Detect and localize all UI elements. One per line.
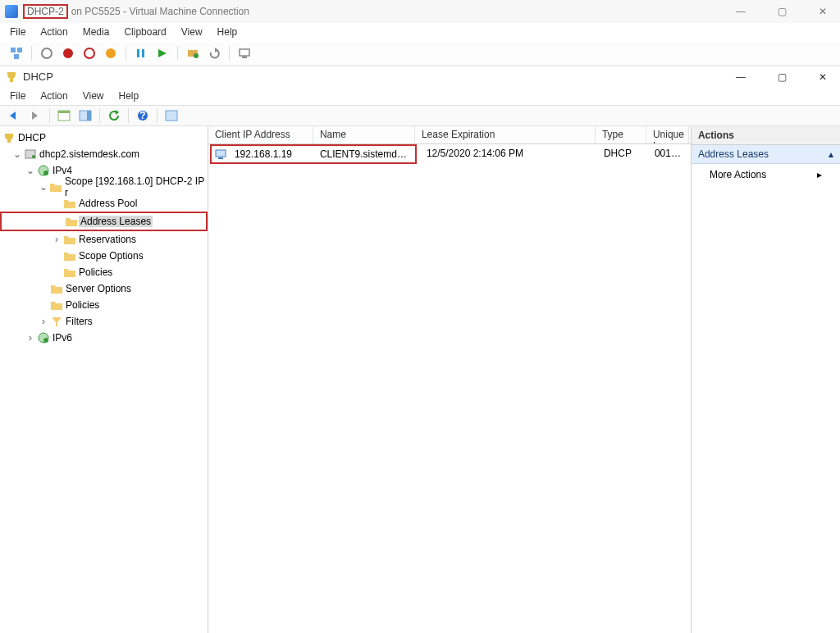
tree-pane[interactable]: DHCP ⌄ dhcp2.sistemdesk.com ⌄ IPv4 ⌄ Sco…	[0, 126, 208, 633]
minimize-button[interactable]: —	[728, 6, 753, 17]
help-icon[interactable]: ?	[134, 107, 152, 124]
refresh-icon[interactable]	[105, 107, 123, 124]
tree-root-label: DHCP	[16, 132, 48, 143]
col-unique-id[interactable]: Unique I	[646, 126, 689, 143]
vm-toolbar	[0, 41, 840, 66]
forward-icon[interactable]	[26, 107, 44, 124]
show-hide-tree-icon[interactable]	[55, 107, 73, 124]
revert-icon[interactable]	[206, 45, 222, 61]
tree-root[interactable]: DHCP	[0, 130, 208, 146]
col-lease-exp[interactable]: Lease Expiration	[415, 126, 596, 143]
pause-icon[interactable]	[133, 45, 149, 61]
twisty-open-icon[interactable]: ⌄	[38, 181, 49, 193]
vm-menu-clipboard[interactable]: Clipboard	[124, 26, 166, 38]
options-icon[interactable]	[162, 107, 180, 124]
svg-point-11	[194, 53, 199, 58]
actions-more-label: More Actions	[710, 169, 766, 180]
chevron-right-icon: ▸	[817, 169, 822, 180]
dhcp-menu-file[interactable]: File	[10, 90, 25, 102]
show-hide-action-icon[interactable]	[76, 107, 94, 124]
folder-icon	[62, 251, 77, 261]
list-body[interactable]: 192.168.1.19 CLIENT9.sistemdes.. 12/5/20…	[208, 144, 691, 633]
vm-menu-file[interactable]: File	[10, 26, 25, 38]
collapse-icon[interactable]: ▴	[829, 148, 833, 160]
svg-rect-8	[142, 49, 144, 57]
tree-address-leases[interactable]: Address Leases	[0, 212, 208, 231]
shutdown-icon[interactable]	[81, 45, 98, 61]
twisty-open-icon[interactable]: ⌄	[11, 148, 23, 160]
folder-icon	[49, 182, 63, 192]
svg-rect-2	[14, 54, 19, 59]
list-pane: Client IP Address Name Lease Expiration …	[208, 126, 692, 633]
dhcp-minimize-button[interactable]: —	[728, 71, 753, 83]
dhcp-menu-help[interactable]: Help	[119, 90, 139, 102]
tree-address-leases-label: Address Leases	[79, 216, 153, 227]
maximize-button[interactable]: ▢	[769, 6, 794, 17]
twisty-closed-icon[interactable]: ›	[51, 234, 62, 245]
tree-server-options-label: Server Options	[64, 283, 133, 294]
vm-menu-media[interactable]: Media	[83, 26, 110, 38]
vm-menu-help[interactable]: Help	[217, 26, 238, 38]
tree-scope[interactable]: ⌄ Scope [192.168.1.0] DHCP-2 IP r	[0, 179, 208, 195]
twisty-closed-icon[interactable]: ›	[38, 316, 49, 327]
vm-titlebar: DHCP-2 on PC5525 - Virtual Machine Conne…	[0, 0, 840, 23]
tree-server[interactable]: ⌄ dhcp2.sistemdesk.com	[0, 146, 208, 162]
svg-marker-22	[116, 110, 119, 115]
dhcp-menu-action[interactable]: Action	[40, 90, 67, 102]
svg-rect-25	[166, 111, 177, 121]
tree-policies-scope[interactable]: Policies	[0, 264, 208, 280]
vm-menu-view[interactable]: View	[181, 26, 203, 38]
svg-marker-31	[52, 317, 62, 326]
tree-scope-options[interactable]: Scope Options	[0, 248, 208, 264]
ipv4-icon	[36, 165, 51, 176]
svg-marker-16	[10, 112, 16, 120]
tree-reservations[interactable]: › Reservations	[0, 231, 208, 248]
tree-policies-server[interactable]: Policies	[0, 297, 208, 313]
ctrl-alt-del-icon[interactable]	[8, 45, 25, 61]
tree-scope-label: Scope [192.168.1.0] DHCP-2 IP r	[63, 175, 208, 198]
server-icon	[23, 148, 38, 160]
dhcp-menu-view[interactable]: View	[83, 90, 104, 102]
vm-title-highlight: DHCP-2	[23, 4, 68, 19]
twisty-closed-icon[interactable]: ›	[25, 332, 36, 344]
tree-filters[interactable]: › Filters	[0, 313, 208, 330]
vm-app-icon	[5, 5, 18, 18]
vm-menu-action[interactable]: Action	[40, 26, 67, 38]
back-icon[interactable]	[5, 107, 23, 124]
dhcp-maximize-button[interactable]: ▢	[769, 71, 794, 83]
checkpoint-icon[interactable]	[185, 45, 201, 61]
dhcp-root-icon	[2, 132, 16, 143]
actions-section-label: Address Leases	[698, 148, 769, 160]
col-name[interactable]: Name	[313, 126, 415, 143]
enhanced-session-icon[interactable]	[236, 45, 253, 61]
actions-section[interactable]: Address Leases ▴	[692, 145, 840, 164]
svg-rect-14	[242, 57, 247, 58]
start-icon[interactable]	[39, 45, 55, 61]
dhcp-menu: File Action View Help	[0, 87, 840, 105]
svg-rect-19	[58, 111, 70, 113]
folder-icon	[64, 216, 79, 226]
lease-row[interactable]: 192.168.1.19 CLIENT9.sistemdes.. 12/5/20…	[208, 144, 691, 162]
reset-icon[interactable]	[154, 45, 171, 61]
tree-server-options[interactable]: Server Options	[0, 280, 208, 297]
svg-point-3	[42, 48, 52, 58]
cell-type: DHCP	[597, 148, 648, 159]
close-button[interactable]: ✕	[810, 6, 835, 17]
cell-uid: 00155d0	[648, 148, 691, 159]
col-type[interactable]: Type	[596, 126, 646, 143]
ipv6-icon	[36, 332, 51, 344]
save-icon[interactable]	[103, 45, 119, 61]
twisty-open-icon[interactable]: ⌄	[25, 165, 36, 176]
dhcp-close-button[interactable]: ✕	[810, 71, 835, 83]
cell-exp: 12/5/2020 2:14:06 PM	[417, 148, 597, 159]
folder-icon	[62, 198, 77, 208]
tree-ipv6-label: IPv6	[51, 332, 74, 344]
folder-icon	[62, 235, 77, 244]
tree-server-label: dhcp2.sistemdesk.com	[38, 148, 141, 160]
tree-ipv6[interactable]: › IPv6	[0, 330, 208, 346]
tree-policies-server-label: Policies	[64, 299, 101, 311]
actions-more[interactable]: More Actions ▸	[692, 164, 840, 185]
dhcp-header: DHCP — ▢ ✕	[0, 66, 840, 87]
turnoff-icon[interactable]	[60, 45, 76, 61]
col-client-ip[interactable]: Client IP Address	[208, 126, 313, 143]
